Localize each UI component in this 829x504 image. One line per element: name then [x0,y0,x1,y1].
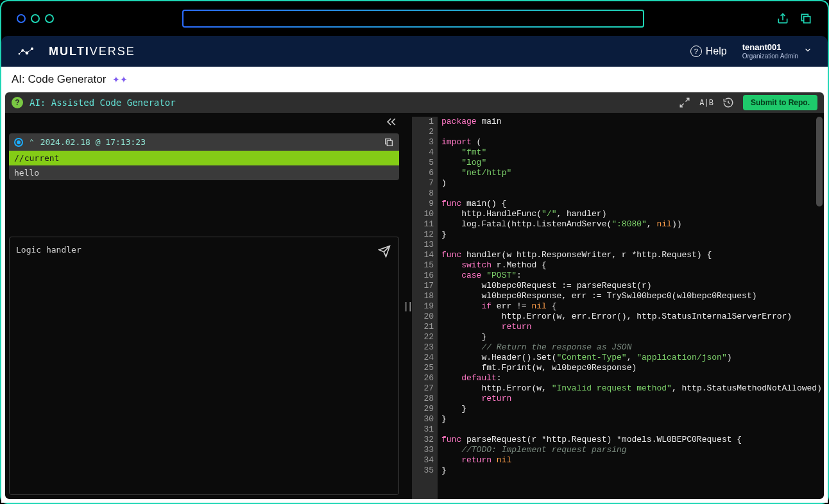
browser-chrome [1,1,828,36]
code-editor[interactable]: 1234567891011121314151617181920212223242… [412,113,824,499]
tool-title: AI: Assisted Code Generator [30,97,176,108]
history-row-current[interactable]: //current [9,151,399,165]
history-card: ⌃ 2024.02.18 @ 17:13:23 //current hello [9,133,399,180]
tool-badge-icon: ? [12,97,23,108]
scrollbar-thumb[interactable] [816,117,823,206]
collapse-diagonal-icon[interactable] [679,97,690,108]
code-content[interactable]: package mainimport ( "fmt" "log" "net/ht… [438,117,824,499]
prompt-input[interactable] [16,245,370,255]
history-timestamp: 2024.02.18 @ 17:13:23 [40,137,146,147]
copy-icon[interactable] [384,137,394,147]
history-row[interactable]: hello [9,165,399,180]
chevron-up-icon: ⌃ [30,138,34,146]
radio-selected-icon[interactable] [14,138,23,147]
ab-compare-button[interactable]: A|B [699,98,714,107]
window-controls [17,14,54,23]
sparkle-icon: ✦✦ [112,74,128,85]
svg-rect-0 [804,17,810,23]
window-dot[interactable] [45,14,54,23]
address-bar[interactable] [182,10,644,28]
brand-name: MULTIVERSE [49,45,135,58]
help-label: Help [706,46,727,57]
user-menu[interactable]: tenant001 Organization Admin [742,43,812,60]
line-gutter: 1234567891011121314151617181920212223242… [412,117,438,499]
panel-resize-handle[interactable]: || [403,113,412,499]
page-title: AI: Code Generator [12,73,106,86]
help-icon: ? [690,46,702,57]
help-button[interactable]: ? Help [690,46,727,57]
submit-repo-button[interactable]: Submit to Repo. [743,95,817,110]
svg-rect-5 [387,140,392,146]
copy-window-icon[interactable] [799,12,812,25]
send-icon[interactable] [378,245,391,258]
user-name: tenant001 [742,43,782,53]
share-icon[interactable] [776,12,789,25]
history-header[interactable]: ⌃ 2024.02.18 @ 17:13:23 [9,133,399,151]
app-header: MULTIVERSE ? Help tenant001 Organization… [1,36,828,67]
prompt-box [9,237,399,495]
window-dot[interactable] [17,14,26,23]
brand-logo[interactable]: MULTIVERSE [17,45,135,58]
user-role: Organization Admin [742,53,798,60]
logo-icon [17,46,42,57]
page-title-bar: AI: Code Generator ✦✦ [1,67,828,92]
drag-handle-icon: || [404,301,412,311]
chevron-down-icon [803,46,812,55]
window-dot[interactable] [31,14,40,23]
collapse-panel-icon[interactable] [385,115,398,128]
history-icon[interactable] [722,97,734,108]
tool-header: ? AI: Assisted Code Generator A|B Submit… [5,92,824,113]
chat-panel: ⌃ 2024.02.18 @ 17:13:23 //current hello [5,113,403,499]
